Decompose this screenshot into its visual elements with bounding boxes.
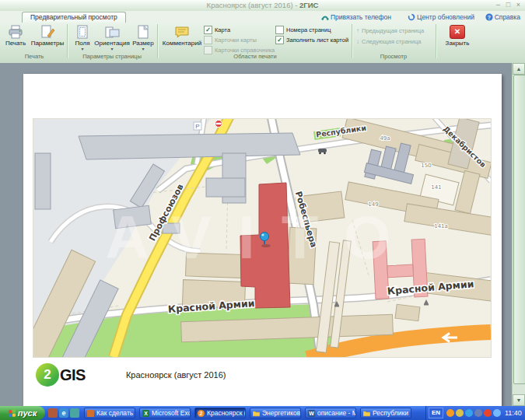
orientation-icon xyxy=(104,25,120,39)
vertical-scrollbar[interactable]: ▲ ▼ xyxy=(512,63,525,406)
windows-flag-icon xyxy=(9,409,16,417)
task-2gis-active[interactable]: 2 Красноярск (авгус... xyxy=(194,408,246,418)
start-button[interactable]: пуск xyxy=(0,406,45,420)
checkbox-map-cards: Карточки карты xyxy=(204,36,257,44)
task-excel[interactable]: X Microsoft Excel - Xl... xyxy=(139,408,191,418)
page-footer: 2 GIS Красноярск (август 2016) xyxy=(36,362,226,388)
tray-icon[interactable] xyxy=(446,409,454,417)
group-caption-view: Просмотр xyxy=(353,53,434,60)
building-number: 49а xyxy=(380,135,390,142)
task-folder-respubliki[interactable]: Республики xyxy=(360,408,411,418)
link-bind-phone[interactable]: Привязать телефон xyxy=(321,12,391,22)
map-canvas: P Профсоюзов Робеспьера Республики Красн… xyxy=(33,119,491,357)
margins-button[interactable]: Поля ▾ xyxy=(70,24,95,51)
app-icon xyxy=(87,410,94,417)
link-update-center[interactable]: Центр обновлений xyxy=(408,12,474,22)
previous-page-button: ↑ Предыдущая страница xyxy=(356,27,424,34)
comment-button[interactable]: Комментарий xyxy=(160,24,204,47)
quicklaunch-icon[interactable] xyxy=(48,408,58,418)
comment-note-icon xyxy=(174,25,190,39)
building-number: 141а xyxy=(434,223,448,229)
margins-dropdown-arrow: ▾ xyxy=(81,47,83,51)
print-parameters-button[interactable]: Параметры xyxy=(28,24,67,47)
refresh-icon xyxy=(408,13,415,21)
arrow-down-icon: ↓ xyxy=(356,38,359,45)
maximize-button[interactable]: □ xyxy=(503,0,513,10)
taskbar: пуск e Как сделать скри... X Microsoft E… xyxy=(0,406,525,420)
building-number: 150 xyxy=(421,163,431,169)
2gis-icon: 2 xyxy=(198,410,205,417)
ribbon-toolbar: Печать Параметры Печать Поля ▾ Ориентаци… xyxy=(0,23,525,64)
window-title: Красноярск (август 2016) - 2ГИС xyxy=(0,1,525,9)
tray-icon[interactable] xyxy=(456,409,464,417)
group-caption-print-areas: Области печати xyxy=(160,53,350,60)
task-folder-energetikov[interactable]: Энергетиков xyxy=(250,408,301,418)
2gis-logo-icon: 2 xyxy=(36,363,59,387)
blue-gray-buildings xyxy=(364,143,413,184)
word-icon: W xyxy=(308,410,315,417)
quicklaunch-icon[interactable] xyxy=(70,408,79,418)
close-x-icon: ✕ xyxy=(450,25,465,39)
close-window-button[interactable]: × xyxy=(513,0,523,10)
svg-text:P: P xyxy=(195,123,199,130)
tray-icon[interactable] xyxy=(474,409,482,417)
orientation-dropdown-arrow: ▾ xyxy=(110,47,113,51)
folder-icon xyxy=(363,410,370,417)
no-entry-icon xyxy=(215,121,222,128)
checkbox-page-numbers[interactable]: Номера страниц xyxy=(275,26,331,34)
page-size-button[interactable]: Размер ▾ xyxy=(129,24,157,51)
tray-icon[interactable] xyxy=(484,409,492,417)
group-caption-page-setup: Параметры страницы xyxy=(68,53,156,60)
checkbox-box: ✓ xyxy=(275,36,284,44)
checkbox-map[interactable]: ✓ Карта xyxy=(204,26,230,34)
group-caption-print: Печать xyxy=(2,53,67,60)
print-preview-area: P Профсоюзов Робеспьера Республики Красн… xyxy=(0,63,525,406)
page-size-icon xyxy=(136,25,150,39)
orientation-button[interactable]: Ориентация ▾ xyxy=(93,24,131,51)
tray-icon[interactable] xyxy=(493,409,501,417)
size-dropdown-arrow: ▾ xyxy=(142,47,144,51)
checkbox-fill-sheet[interactable]: ✓ Заполнить лист картой xyxy=(275,36,348,44)
checkbox-box xyxy=(275,26,284,34)
scroll-up-button[interactable]: ▲ xyxy=(513,63,525,75)
app-window: Красноярск (август 2016) - 2ГИС – □ × Пр… xyxy=(0,0,525,420)
language-indicator[interactable]: EN xyxy=(429,408,443,418)
phone-icon xyxy=(321,13,329,21)
system-tray: EN 11:40 xyxy=(425,406,525,420)
tray-icon[interactable] xyxy=(465,409,473,417)
minimize-button[interactable]: – xyxy=(493,0,503,10)
preview-page: P Профсоюзов Робеспьера Республики Красн… xyxy=(23,74,502,406)
building-number: 149 xyxy=(368,201,378,208)
title-bar: Красноярск (август 2016) - 2ГИС – □ × xyxy=(0,0,525,12)
svg-text:?: ? xyxy=(488,15,491,20)
checkbox-box xyxy=(204,36,212,44)
2gis-logo-text: GIS xyxy=(60,366,86,384)
tab-row: Предварительный просмотр Привязать телеф… xyxy=(0,11,525,23)
scroll-down-button[interactable]: ▼ xyxy=(513,394,525,406)
excel-icon: X xyxy=(142,410,149,417)
arrow-up-icon: ↑ xyxy=(356,27,359,34)
scrollbar-thumb[interactable] xyxy=(513,75,525,384)
printer-icon xyxy=(8,25,23,39)
parking-icon: P xyxy=(194,122,201,130)
close-preview-button[interactable]: ✕ Закрыть xyxy=(440,25,474,47)
next-page-button: ↓ Следующая страница xyxy=(356,38,421,45)
help-icon: ? xyxy=(485,13,493,21)
tab-preview[interactable]: Предварительный просмотр xyxy=(22,12,126,23)
margins-icon xyxy=(75,25,89,39)
map-preview: P Профсоюзов Робеспьера Республики Красн… xyxy=(33,118,492,358)
building-number: 141 xyxy=(431,184,441,191)
taskbar-clock: 11:40 xyxy=(505,409,522,417)
task-word[interactable]: W описание - Microso... xyxy=(305,408,356,418)
quicklaunch-icon[interactable]: e xyxy=(59,408,68,418)
print-button[interactable]: Печать xyxy=(2,24,30,47)
map-caption: Красноярск (август 2016) xyxy=(126,370,226,380)
checkbox-box: ✓ xyxy=(204,26,212,34)
task-screenshot-help[interactable]: Как сделать скри... xyxy=(84,408,135,418)
page-settings-icon xyxy=(40,25,55,39)
link-help[interactable]: ? Справка xyxy=(485,12,520,22)
folder-icon xyxy=(253,410,260,417)
